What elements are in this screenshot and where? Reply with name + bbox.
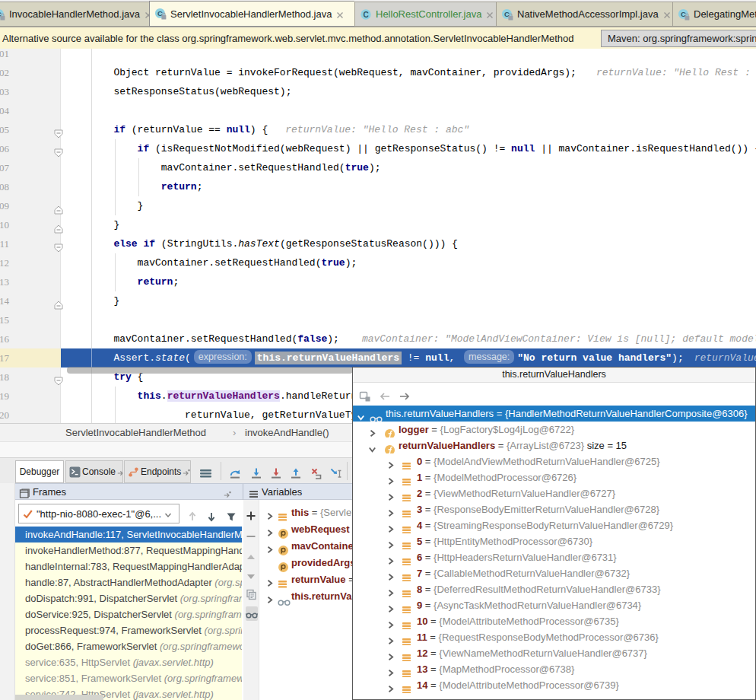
- line-number[interactable]: 120: [0, 406, 9, 423]
- line-number[interactable]: 106: [0, 139, 9, 158]
- tree-chevron-right-icon[interactable]: [386, 648, 395, 661]
- debug-tab-endpoints[interactable]: Endpoints: [124, 460, 191, 483]
- line-number[interactable]: 117: [0, 348, 9, 368]
- run-to-cursor-icon[interactable]: [330, 465, 342, 479]
- popup-tree-row[interactable]: 11 = {RequestResponseBodyMethodProcessor…: [353, 629, 756, 645]
- frame-row[interactable]: service:851, FrameworkServlet (org.sprin…: [15, 670, 242, 686]
- tree-chevron-right-icon[interactable]: [265, 590, 274, 608]
- frames-list[interactable]: invokeAndHandle:117, ServletInvocableHan…: [15, 527, 242, 700]
- duplicate-icon[interactable]: [246, 587, 257, 601]
- combo-chevron-icon[interactable]: [164, 508, 172, 520]
- line-number[interactable]: 116: [0, 329, 9, 348]
- editor-tab-DelegatingMethodAccessorImpl[interactable]: CDelegatingMethodAccessorImpl.java: [672, 2, 756, 27]
- step-into-icon[interactable]: [250, 465, 262, 479]
- popup-tree-row[interactable]: 9 = {AsyncTaskMethodReturnValueHandler@6…: [353, 597, 756, 613]
- tree-chevron-right-icon[interactable]: [386, 472, 395, 485]
- frame-row[interactable]: invokeHandlerMethod:877, RequestMappingH…: [15, 542, 242, 558]
- editor-tab-HelloRestController[interactable]: CHelloRestController.java: [354, 2, 496, 27]
- line-number[interactable]: 112: [0, 253, 9, 272]
- layout-settings-icon[interactable]: [199, 465, 212, 479]
- line-number[interactable]: 110: [0, 215, 9, 234]
- tree-chevron-down-icon[interactable]: [368, 440, 376, 453]
- close-icon[interactable]: [336, 8, 344, 20]
- tree-chevron-right-icon[interactable]: [386, 536, 395, 549]
- horizontal-scrollbar[interactable]: [67, 367, 353, 374]
- frame-row[interactable]: handleInternal:783, RequestMappingHandle…: [15, 558, 242, 574]
- tree-chevron-right-icon[interactable]: [368, 424, 376, 438]
- popup-tree-row[interactable]: 12 = {ViewNameMethodReturnValueHandler@6…: [353, 645, 756, 661]
- maven-library-selector[interactable]: Maven: org.springframework:spring-webmvc…: [601, 30, 756, 47]
- tree-chevron-right-icon[interactable]: [386, 584, 395, 597]
- frame-row[interactable]: doService:925, DispatcherServlet (org.sp…: [15, 606, 242, 622]
- debug-tab-debugger[interactable]: Debugger: [15, 460, 64, 483]
- line-number[interactable]: 104: [0, 101, 9, 120]
- line-number[interactable]: 113: [0, 272, 9, 291]
- line-number[interactable]: 111: [0, 234, 9, 253]
- frame-row[interactable]: doDispatch:991, DispatcherServlet (org.s…: [15, 590, 242, 606]
- frames-hscrollbar[interactable]: [15, 695, 103, 700]
- tree-chevron-right-icon[interactable]: [386, 568, 395, 581]
- editor-tab-InvocableHandlerMethod[interactable]: CInvocableHandlerMethod.java: [0, 2, 149, 27]
- tree-chevron-right-icon[interactable]: [386, 520, 395, 533]
- close-icon[interactable]: [145, 8, 149, 20]
- popup-tree-row[interactable]: 8 = {DeferredResultMethodReturnValueHand…: [353, 581, 756, 597]
- debug-tab-console[interactable]: Console: [65, 460, 123, 483]
- tree-chevron-right-icon[interactable]: [386, 632, 395, 645]
- tree-chevron-right-icon[interactable]: [386, 616, 395, 629]
- popup-tree-row[interactable]: 1 = {ModelMethodProcessor@6726}: [353, 469, 756, 485]
- back-arrow-icon[interactable]: [379, 388, 391, 402]
- up-arrow-icon[interactable]: [187, 508, 198, 523]
- popup-root-row[interactable]: this.returnValueHandlers = {HandlerMetho…: [353, 406, 756, 422]
- line-number[interactable]: 101: [0, 49, 9, 63]
- move-down-icon[interactable]: [246, 568, 256, 583]
- tree-chevron-right-icon[interactable]: [386, 456, 395, 469]
- frame-row[interactable]: doGet:866, FrameworkServlet (org.springf…: [15, 638, 242, 654]
- popup-tree-row[interactable]: 13 = {MapMethodProcessor@6738}: [353, 661, 756, 677]
- force-step-into-icon[interactable]: [270, 465, 282, 479]
- frame-row[interactable]: invokeAndHandle:117, ServletInvocableHan…: [15, 527, 242, 542]
- line-number[interactable]: 118: [0, 368, 9, 387]
- inspect-icon[interactable]: [359, 388, 371, 402]
- tree-chevron-right-icon[interactable]: [386, 504, 395, 517]
- tree-chevron-right-icon[interactable]: [386, 663, 395, 677]
- editor-tab-ServletInvocableHandlerMethod[interactable]: CServletInvocableHandlerMethod.java: [149, 1, 354, 27]
- tree-chevron-down-icon[interactable]: [357, 408, 365, 422]
- close-icon[interactable]: [486, 8, 494, 20]
- line-number[interactable]: 105: [0, 120, 9, 139]
- popup-tree-row[interactable]: 10 = {ModelAttributeMethodProcessor@6735…: [353, 613, 756, 629]
- line-number[interactable]: 114: [0, 291, 9, 310]
- line-number[interactable]: 108: [0, 177, 9, 196]
- step-over-icon[interactable]: [229, 465, 241, 479]
- line-number[interactable]: 115: [0, 310, 9, 329]
- add-watch-icon[interactable]: [246, 508, 256, 522]
- down-arrow-icon[interactable]: [206, 508, 217, 523]
- frame-row[interactable]: processRequest:974, FrameworkServlet (or…: [15, 622, 242, 638]
- close-icon[interactable]: [663, 8, 671, 20]
- editor-tab-NativeMethodAccessorImpl[interactable]: CNativeMethodAccessorImpl.java: [496, 2, 672, 27]
- popup-tree-row[interactable]: 14 = {ModelAttributeMethodProcessor@6739…: [353, 677, 756, 693]
- line-number[interactable]: 102: [0, 63, 9, 82]
- remove-watch-icon[interactable]: [246, 528, 256, 542]
- forward-arrow-icon[interactable]: [399, 388, 411, 402]
- breadcrumb-item[interactable]: invokeAndHandle(): [245, 424, 329, 441]
- breadcrumb-item[interactable]: ServletInvocableHandlerMethod: [65, 424, 206, 441]
- line-number[interactable]: 119: [0, 387, 9, 406]
- popup-tree-row[interactable]: 5 = {HttpEntityMethodProcessor@6730}: [353, 533, 756, 549]
- line-number[interactable]: 103: [0, 82, 9, 101]
- frame-row[interactable]: handle:87, AbstractHandlerMethodAdapter …: [15, 574, 242, 590]
- popup-tree-row[interactable]: 2 = {ViewMethodReturnValueHandler@6727}: [353, 485, 756, 501]
- tree-chevron-right-icon[interactable]: [386, 552, 395, 565]
- popup-tree-row[interactable]: 7 = {CallableMethodReturnValueHandler@67…: [353, 565, 756, 581]
- pin-arrow-icon[interactable]: [224, 487, 231, 499]
- tree-chevron-right-icon[interactable]: [386, 679, 395, 693]
- thread-selector-combobox[interactable]: "http-nio-8080-exec-1"@6,...: [18, 504, 179, 523]
- popup-tree-row[interactable]: 0 = {ModelAndViewMethodReturnValueHandle…: [353, 453, 756, 469]
- popup-tree-row[interactable]: logger = {LogFactory$Log4jLog@6722}: [353, 422, 756, 438]
- popup-tree-row[interactable]: 6 = {HttpHeadersReturnValueHandler@6731}: [353, 549, 756, 565]
- popup-tree-row[interactable]: 4 = {StreamingResponseBodyReturnValueHan…: [353, 517, 756, 533]
- step-out-icon[interactable]: [290, 465, 302, 479]
- tree-chevron-right-icon[interactable]: [386, 600, 395, 613]
- show-watches-icon[interactable]: [246, 606, 258, 621]
- tree-chevron-right-icon[interactable]: [386, 488, 395, 501]
- move-up-icon[interactable]: [246, 549, 256, 563]
